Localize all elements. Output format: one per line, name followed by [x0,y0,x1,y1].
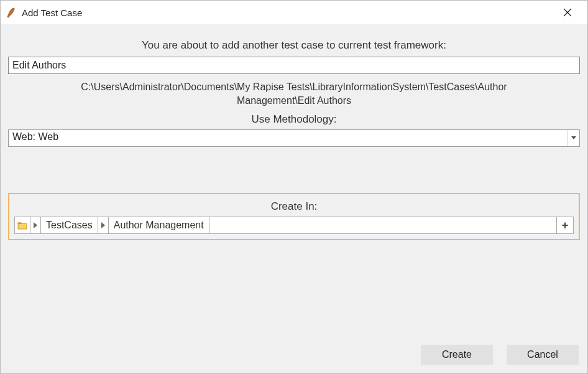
create-in-label: Create In: [14,200,574,213]
chevron-right-icon [34,222,37,228]
create-in-breadcrumb: TestCases Author Management + [14,217,574,234]
breadcrumb-root-button[interactable] [15,217,30,233]
intro-prompt: You are about to add another test case t… [8,39,580,52]
breadcrumb-separator[interactable] [98,217,109,233]
breadcrumb-item-label: TestCases [46,220,93,231]
methodology-dropdown[interactable]: Web: Web [8,129,580,147]
breadcrumb-empty-area[interactable] [209,217,557,233]
dialog-buttons: Create Cancel [421,345,579,365]
methodology-label: Use Methodology: [8,113,580,126]
create-button[interactable]: Create [421,345,493,365]
title-bar: Add Test Case [1,1,587,24]
create-in-panel: Create In: TestCases [8,193,580,240]
breadcrumb-separator[interactable] [30,217,41,233]
test-case-path: C:\Users\Administrator\Documents\My Rapi… [8,80,580,107]
breadcrumb-item-label: Author Management [114,220,204,231]
close-button[interactable] [554,3,581,22]
dialog-client-area: You are about to add another test case t… [1,24,587,373]
chevron-right-icon [101,222,105,228]
svg-line-0 [7,17,9,17]
window-title: Add Test Case [22,7,82,18]
app-icon [6,6,18,19]
breadcrumb-add-button[interactable]: + [557,217,573,233]
test-case-name-input[interactable] [8,57,580,74]
breadcrumb-item-testcases[interactable]: TestCases [41,217,98,233]
cancel-button[interactable]: Cancel [507,345,579,365]
close-icon [563,8,572,17]
plus-icon: + [562,219,569,232]
methodology-selected-value: Web: Web [12,131,58,142]
breadcrumb-item-author-management[interactable]: Author Management [109,217,209,233]
folder-icon [17,221,27,230]
